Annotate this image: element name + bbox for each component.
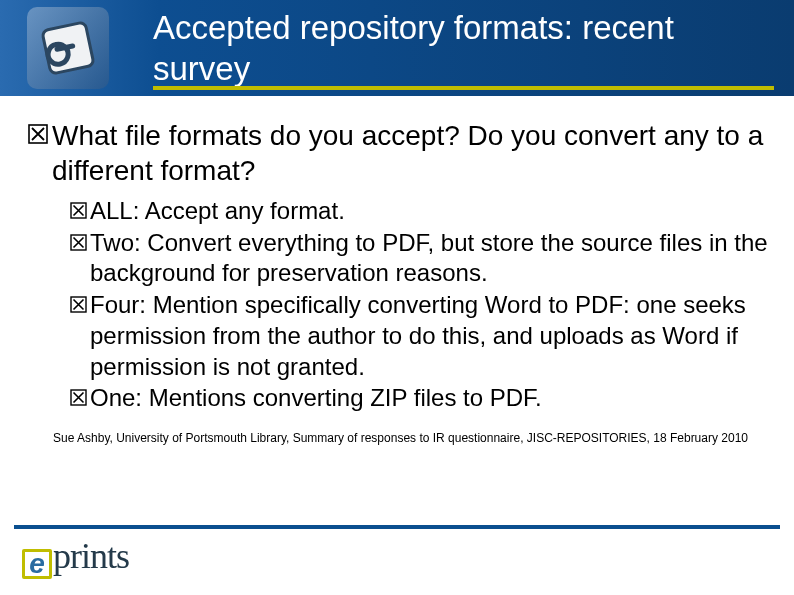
list-item: ALL: Accept any format. xyxy=(70,196,770,227)
x-box-icon xyxy=(28,124,48,144)
list-item: Four: Mention specifically converting Wo… xyxy=(70,290,770,382)
x-box-icon xyxy=(70,389,87,406)
eprints-logo: eprints xyxy=(22,535,129,577)
x-box-icon xyxy=(70,234,87,251)
slide-footer: eprints xyxy=(0,525,794,595)
logo-e-letter: e xyxy=(29,552,45,576)
header-decorative-icon xyxy=(0,0,135,96)
answers-list: ALL: Accept any format. Two: Convert eve… xyxy=(28,194,770,414)
x-box-icon xyxy=(70,296,87,313)
x-box-icon xyxy=(70,202,87,219)
answer-text: ALL: Accept any format. xyxy=(90,196,345,227)
slide-content: What file formats do you accept? Do you … xyxy=(0,96,794,445)
slide-title: Accepted repository formats: recent surv… xyxy=(135,7,794,90)
citation-text: Sue Ashby, University of Portsmouth Libr… xyxy=(28,415,770,445)
question-row: What file formats do you accept? Do you … xyxy=(28,118,770,188)
title-underline xyxy=(153,86,774,90)
footer-divider xyxy=(14,525,780,529)
logo-text: prints xyxy=(53,535,129,577)
logo-box-icon: e xyxy=(22,549,52,579)
slide-header: Accepted repository formats: recent surv… xyxy=(0,0,794,96)
answer-text: Four: Mention specifically converting Wo… xyxy=(90,290,770,382)
answer-text: One: Mentions converting ZIP files to PD… xyxy=(90,383,542,414)
answer-text: Two: Convert everything to PDF, but stor… xyxy=(90,228,770,289)
question-text: What file formats do you accept? Do you … xyxy=(52,118,770,188)
list-item: Two: Convert everything to PDF, but stor… xyxy=(70,228,770,289)
footer-content: eprints xyxy=(0,535,794,577)
list-item: One: Mentions converting ZIP files to PD… xyxy=(70,383,770,414)
